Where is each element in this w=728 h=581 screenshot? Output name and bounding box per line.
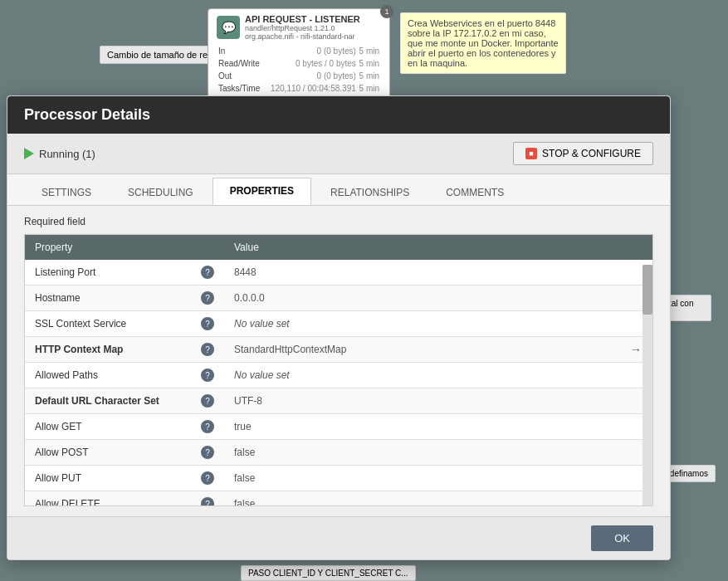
table-row[interactable]: Allow PUT?false: [25, 466, 652, 491]
property-name-cell: Hostname: [25, 286, 191, 311]
property-value-cell[interactable]: StandardHttpContextMap: [224, 337, 619, 363]
ok-button[interactable]: OK: [591, 525, 653, 551]
help-icon[interactable]: ?: [201, 420, 214, 433]
stop-configure-label: STOP & CONFIGURE: [542, 148, 641, 159]
property-help-cell[interactable]: ?: [191, 466, 224, 491]
tab-comments[interactable]: COMMENTS: [428, 179, 521, 205]
tab-relationships[interactable]: RELATIONSHIPS: [313, 179, 427, 205]
tabs-bar: SETTINGS SCHEDULING PROPERTIES RELATIONS…: [7, 174, 670, 206]
tab-settings[interactable]: SETTINGS: [24, 179, 109, 205]
stop-icon: ■: [525, 148, 537, 159]
help-icon[interactable]: ?: [201, 369, 214, 382]
processor-node-title: API REQUEST - LISTENER: [245, 14, 360, 24]
modal-footer: OK: [7, 516, 670, 559]
processor-details-modal: Processor Details Running (1) ■ STOP & C…: [7, 95, 671, 560]
property-help-cell[interactable]: ?: [191, 388, 224, 414]
property-name-cell: Allow DELETE: [25, 491, 191, 507]
table-row[interactable]: Allow DELETE?false: [25, 491, 652, 507]
help-icon[interactable]: ?: [201, 343, 214, 356]
processor-node-icon: 💬: [217, 16, 240, 39]
help-icon[interactable]: ?: [201, 497, 214, 506]
col-action-header: [619, 235, 652, 260]
col-help-header: [191, 235, 224, 260]
property-value-cell[interactable]: UTF-8: [224, 388, 619, 414]
property-value-cell[interactable]: No value set: [224, 363, 619, 388]
processor-node[interactable]: 💬 API REQUEST - LISTENER nandler/httpReq…: [208, 8, 390, 101]
table-row[interactable]: HTTP Context Map?StandardHttpContextMap→: [25, 337, 652, 363]
tab-properties[interactable]: PROPERTIES: [213, 178, 311, 205]
modal-header: Processor Details: [7, 96, 670, 134]
property-help-cell[interactable]: ?: [191, 440, 224, 466]
scrollbar[interactable]: [642, 265, 652, 505]
tab-scheduling[interactable]: SCHEDULING: [110, 179, 211, 205]
help-icon[interactable]: ?: [201, 291, 214, 305]
property-name-cell: SSL Context Service: [25, 311, 191, 337]
running-badge: Running (1): [24, 148, 95, 160]
stop-configure-button[interactable]: ■ STOP & CONFIGURE: [513, 142, 653, 165]
help-icon[interactable]: ?: [201, 471, 214, 485]
property-help-cell[interactable]: ?: [191, 363, 224, 388]
modal-title: Processor Details: [24, 106, 150, 123]
property-value-cell[interactable]: false: [224, 491, 619, 507]
property-value-cell[interactable]: 0.0.0.0: [224, 286, 619, 311]
property-value-cell[interactable]: false: [224, 440, 619, 466]
processor-node-subtitle2: org.apache.nifi - nifi-standard-nar: [245, 32, 360, 41]
properties-table: Property Value Listening Port?8448Hostna…: [25, 235, 652, 506]
table-row[interactable]: Hostname?0.0.0.0: [25, 286, 652, 311]
processor-stats: In 0 (0 bytes) 5 min Read/Write 0 bytes …: [217, 44, 381, 95]
property-name-cell: Default URL Character Set: [25, 388, 191, 414]
property-help-cell[interactable]: ?: [191, 491, 224, 507]
table-row[interactable]: Listening Port?8448: [25, 260, 652, 286]
table-row[interactable]: Default URL Character Set?UTF-8: [25, 388, 652, 414]
property-value-cell[interactable]: No value set: [224, 311, 619, 337]
property-name-cell: Allow GET: [25, 414, 191, 440]
top-comment-box: Crea Webservices en el puerto 8448 sobre…: [400, 12, 566, 74]
help-icon[interactable]: ?: [201, 394, 214, 408]
table-row[interactable]: Allow GET?true: [25, 414, 652, 440]
processor-badge: 1: [380, 5, 393, 18]
property-help-cell[interactable]: ?: [191, 311, 224, 337]
property-name-cell: Allowed Paths: [25, 363, 191, 388]
property-name-cell: Listening Port: [25, 260, 191, 286]
help-icon[interactable]: ?: [201, 266, 214, 279]
property-value-cell[interactable]: true: [224, 414, 619, 440]
table-row[interactable]: SSL Context Service?No value set: [25, 311, 652, 337]
bottom-label: PASO CLIENT_ID Y CLIENT_SECRET C...: [241, 565, 416, 581]
property-name-cell: HTTP Context Map: [25, 337, 191, 363]
required-field-label: Required field: [24, 216, 653, 227]
help-icon[interactable]: ?: [201, 446, 214, 459]
help-icon[interactable]: ?: [201, 317, 214, 330]
running-indicator-icon: [24, 148, 34, 159]
table-row[interactable]: Allowed Paths?No value set: [25, 363, 652, 388]
property-help-cell[interactable]: ?: [191, 260, 224, 286]
processor-node-area: 💬 API REQUEST - LISTENER nandler/httpReq…: [208, 8, 566, 101]
col-value-header: Value: [224, 235, 619, 260]
property-help-cell[interactable]: ?: [191, 414, 224, 440]
property-help-cell[interactable]: ?: [191, 286, 224, 311]
property-name-cell: Allow POST: [25, 440, 191, 466]
col-property-header: Property: [25, 235, 191, 260]
property-value-cell[interactable]: false: [224, 466, 619, 491]
property-value-cell[interactable]: 8448: [224, 260, 619, 286]
go-arrow-icon[interactable]: →: [630, 343, 642, 356]
processor-node-header: 💬 API REQUEST - LISTENER nandler/httpReq…: [217, 14, 381, 41]
property-name-cell: Allow PUT: [25, 466, 191, 491]
modal-content: Required field Property Value Listening …: [7, 206, 670, 516]
modal-subheader: Running (1) ■ STOP & CONFIGURE: [7, 134, 670, 174]
scrollbar-thumb[interactable]: [642, 265, 652, 315]
properties-table-wrapper: Property Value Listening Port?8448Hostna…: [24, 234, 653, 506]
processor-node-subtitle1: nandler/httpRequest 1.21.0: [245, 24, 360, 32]
table-row[interactable]: Allow POST?false: [25, 440, 652, 466]
running-label: Running (1): [39, 148, 95, 160]
property-help-cell[interactable]: ?: [191, 337, 224, 363]
